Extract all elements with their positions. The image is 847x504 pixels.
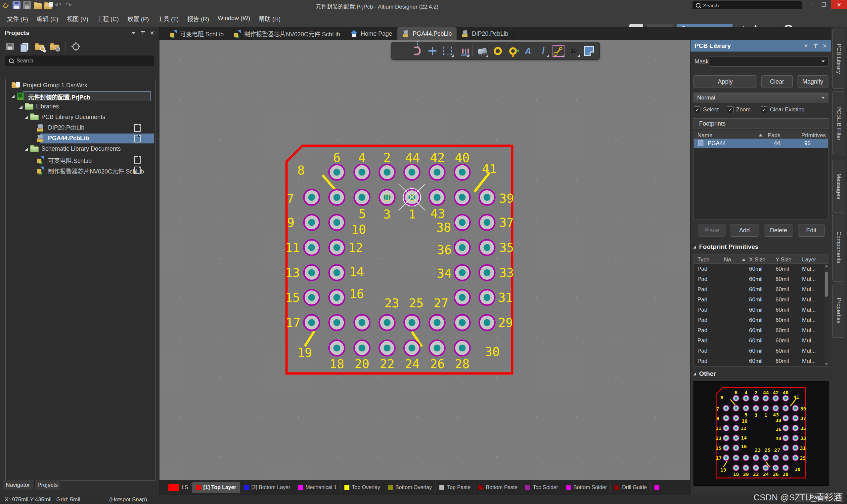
edit-button[interactable]: Edit <box>798 224 825 237</box>
clear-existing-checkbox[interactable]: ✓ Clear Existing <box>761 106 805 113</box>
primitive-row[interactable]: Pad60mil60milMul... <box>694 316 828 325</box>
panel-tab-PCB Library[interactable]: PCB Library <box>832 29 845 89</box>
primitive-row[interactable]: Pad60mil60milMul... <box>694 326 828 335</box>
layer-tab-LS[interactable]: LS <box>165 482 192 493</box>
scrollbar-thumb[interactable] <box>825 272 828 297</box>
place-button[interactable]: Place <box>698 224 726 237</box>
tree-item-可变电阻.SchLib[interactable]: 可变电阻.SchLib <box>6 154 155 165</box>
menu-工具 (T)[interactable]: 工具 (T) <box>153 11 183 26</box>
move-tool-icon[interactable] <box>425 43 440 58</box>
layer-tab-Bottom Paste[interactable]: Bottom Paste <box>474 482 521 493</box>
zoom-checkbox[interactable]: ✓ Zoom <box>727 106 750 113</box>
tree-item-Libraries[interactable]: Libraries <box>6 102 155 112</box>
other-section[interactable]: Other <box>693 370 716 377</box>
menu-文件 (F)[interactable]: 文件 (F) <box>3 11 32 26</box>
close-icon[interactable]: ✕ <box>150 30 155 37</box>
gear-icon[interactable] <box>72 43 80 50</box>
tree-expand-icon[interactable] <box>11 95 15 98</box>
altium-logo-icon[interactable] <box>2 1 10 9</box>
footprint-primitives-section[interactable]: Footprint Primitives <box>693 243 758 251</box>
string-tool-icon[interactable]: A <box>521 43 535 58</box>
layer-tab-Bottom Solder[interactable]: Bottom Solder <box>562 482 611 493</box>
select-tool-icon[interactable] <box>440 43 455 58</box>
save-icon[interactable] <box>6 43 14 50</box>
menu-编辑 (E)[interactable]: 编辑 (E) <box>32 11 63 26</box>
folder-search-icon[interactable] <box>35 44 44 50</box>
menu-Window (W)[interactable]: Window (W) <box>213 11 255 26</box>
route-tool-icon[interactable] <box>551 43 566 58</box>
delete-button[interactable]: Delete <box>764 224 793 237</box>
layer-tab-Top Paste[interactable]: Top Paste <box>436 482 474 493</box>
panel-tab-Components[interactable]: Components <box>832 213 845 282</box>
tree-item-Project Group 1.DsnWrk[interactable]: Project Group 1.DsnWrk <box>6 80 155 91</box>
layer-tab-[2] Bottom Layer[interactable]: [2] Bottom Layer <box>240 482 294 493</box>
mode-combo[interactable]: Normal <box>693 92 828 103</box>
tree-item-DIP20.PcbLib[interactable]: DIP20.PcbLib <box>6 123 155 133</box>
close-button[interactable]: ✕ <box>831 0 847 9</box>
menu-帮助 (H)[interactable]: 帮助 (H) <box>255 11 285 26</box>
save-icon[interactable] <box>13 1 20 9</box>
open-document-icon[interactable] <box>44 3 52 9</box>
menu-工程 (C)[interactable]: 工程 (C) <box>93 11 123 26</box>
room-tool-icon[interactable] <box>582 43 596 58</box>
tab-projects[interactable]: Projects <box>34 480 61 490</box>
primitive-row[interactable]: Pad60mil60milMul... <box>694 346 828 355</box>
doc-tab-可变电阻.SchLib[interactable]: 可变电阻.SchLib <box>165 27 229 40</box>
clear-button[interactable]: Clear <box>761 75 793 88</box>
doc-tab-PGA44.PcbLib[interactable]: PGA44.PcbLib <box>397 27 456 40</box>
add-button[interactable]: Add <box>730 224 759 237</box>
primitive-row[interactable]: Pad60mil60milMul... <box>694 295 828 304</box>
save-all-icon[interactable] <box>23 1 31 9</box>
primitive-row[interactable]: Pad60mil60milMul... <box>694 305 828 314</box>
scroll-down-icon[interactable] <box>825 363 828 365</box>
align-tool-icon[interactable] <box>455 43 470 58</box>
pin-icon[interactable] <box>813 43 818 48</box>
pin-icon[interactable] <box>141 31 145 35</box>
component-tool-icon[interactable] <box>475 43 490 58</box>
undo-icon[interactable] <box>55 1 63 9</box>
layer-tab-Top Solder[interactable]: Top Solder <box>521 482 562 493</box>
tree-item-制作报警器芯片NV020C元件.SchLib[interactable]: 制作报警器芯片NV020C元件.SchLib <box>6 165 155 176</box>
doc-tab-制作报警器芯片NV020C元件.SchLib[interactable]: 制作报警器芯片NV020C元件.SchLib <box>229 27 345 40</box>
layer-tab-[1] Top Layer[interactable]: [1] Top Layer <box>192 482 240 493</box>
doc-tab-DIP20.PcbLib[interactable]: DIP20.PcbLib <box>456 27 514 40</box>
layer-tab-Mechanical 1[interactable]: Mechanical 1 <box>294 482 341 493</box>
via-tool-icon[interactable] <box>505 43 520 58</box>
redo-icon[interactable] <box>66 1 73 9</box>
projects-search-input[interactable]: Search <box>5 55 154 66</box>
tree-expand-icon[interactable] <box>24 116 28 119</box>
doc-tab-Home Page[interactable]: Home Page <box>345 27 397 40</box>
footprint-row-pga44[interactable]: PGA44 44 95 <box>694 139 828 148</box>
minimize-button[interactable]: – <box>807 0 818 9</box>
primitive-row[interactable]: Pad60mil60milMul... <box>694 275 828 284</box>
snap-tool-icon[interactable] <box>410 43 425 58</box>
tree-item-PCB Library Documents[interactable]: PCB Library Documents <box>6 112 155 123</box>
panel-menu-caret-icon[interactable] <box>131 32 135 34</box>
close-icon[interactable]: ✕ <box>823 43 827 50</box>
global-search-input[interactable]: Search <box>692 1 802 9</box>
scroll-up-icon[interactable] <box>825 265 828 267</box>
panel-menu-caret-icon[interactable] <box>804 44 808 47</box>
folder-settings-icon[interactable] <box>50 44 59 50</box>
restore-button[interactable]: ❐ <box>818 0 829 9</box>
panel-tab-PCBLIB Filter[interactable]: PCBLIB Filter <box>832 91 845 155</box>
tree-item-Schematic Library Documents[interactable]: Schematic Library Documents <box>6 144 155 154</box>
panel-tab-Properties[interactable]: Properties <box>832 284 845 338</box>
pad-tool-icon[interactable] <box>490 43 505 58</box>
magnify-button[interactable]: Magnify <box>797 75 828 88</box>
layer-tab-Bottom Overlay[interactable]: Bottom Overlay <box>384 482 436 493</box>
mask-combo[interactable] <box>709 56 828 67</box>
open-folder-icon[interactable] <box>34 3 42 9</box>
panel-tab-Messages[interactable]: Messages <box>832 160 845 213</box>
menu-视图 (V)[interactable]: 视图 (V) <box>63 11 93 26</box>
tab-navigator[interactable]: Navigator <box>3 480 33 490</box>
tree-item-PGA44.PcbLib[interactable]: PGA44.PcbLib <box>6 133 155 144</box>
primitive-row[interactable]: Pad60mil60milMul... <box>694 285 828 294</box>
compile-documents-icon[interactable] <box>22 43 29 51</box>
tree-expand-icon[interactable] <box>24 148 28 151</box>
line-tool-icon[interactable]: / <box>536 43 551 58</box>
dimension-tool-icon[interactable]: 10 <box>567 43 581 58</box>
layer-tab-Drill Guide[interactable]: Drill Guide <box>611 482 651 493</box>
pcb-editor-canvas[interactable]: 6424442408417395314391038371112363513143… <box>159 40 690 480</box>
menu-放置 (P)[interactable]: 放置 (P) <box>123 11 153 26</box>
